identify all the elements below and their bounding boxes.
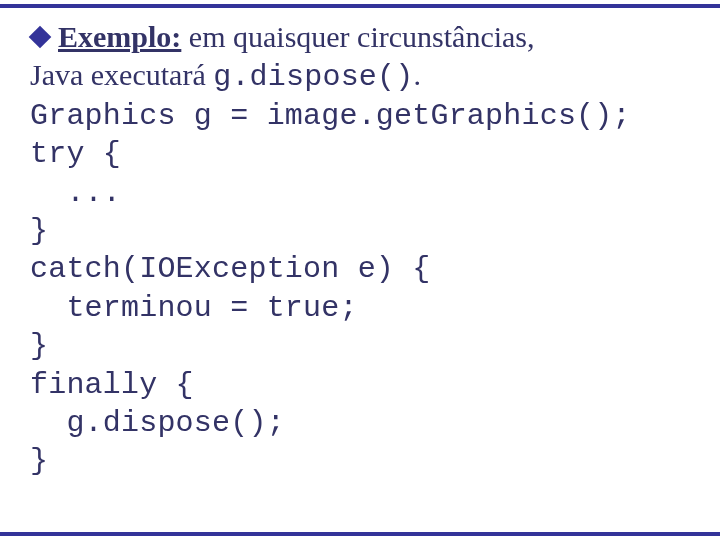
inline-code-dispose: g.dispose() [213, 60, 413, 94]
bullet-line-1: Exemplo: em quaisquer circunstâncias, [30, 18, 690, 56]
bullet-label: Exemplo: [58, 20, 181, 53]
slide: Exemplo: em quaisquer circunstâncias, Ja… [0, 0, 720, 540]
code-line-1: try { [30, 135, 690, 173]
content-block: Exemplo: em quaisquer circunstâncias, Ja… [30, 18, 690, 481]
code-line-7: finally { [30, 366, 690, 404]
bullet-diamond-icon [29, 26, 52, 49]
code-line-8: g.dispose(); [30, 404, 690, 442]
bullet-line-2: Java executará g.dispose(). [30, 56, 690, 96]
bottom-rule [0, 532, 720, 536]
code-line-9: } [30, 442, 690, 480]
bullet-line2-suffix: . [413, 58, 421, 91]
code-line-6: } [30, 327, 690, 365]
code-line-2: ... [30, 174, 690, 212]
bullet-text-após-label: em quaisquer circunstâncias, [181, 20, 534, 53]
code-line-5: terminou = true; [30, 289, 690, 327]
code-line-3: } [30, 212, 690, 250]
code-line-0: Graphics g = image.getGraphics(); [30, 97, 690, 135]
code-line-4: catch(IOException e) { [30, 250, 690, 288]
top-rule [0, 4, 720, 8]
bullet-line2-prefix: Java executará [30, 58, 213, 91]
